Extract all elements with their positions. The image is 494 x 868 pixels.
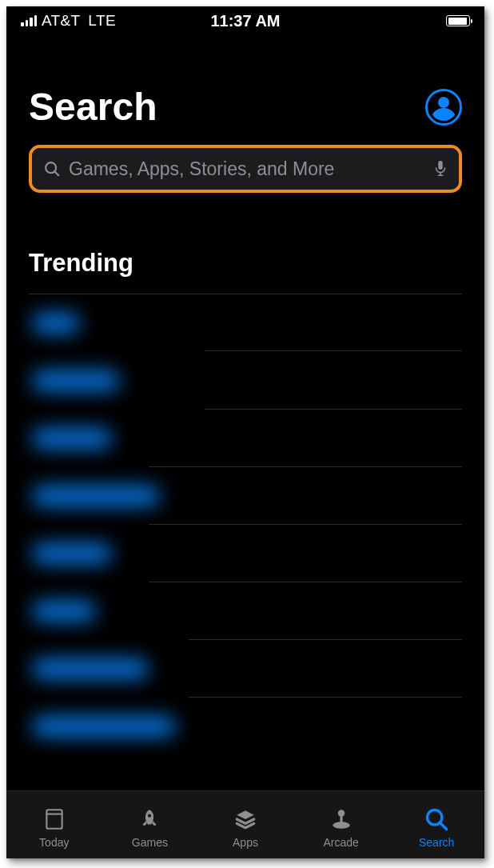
svg-point-10: [333, 822, 349, 829]
page-title: Search: [29, 85, 157, 129]
today-icon: [41, 806, 68, 833]
stack-icon: [232, 806, 259, 833]
blurred-text: [32, 313, 80, 334]
trending-item[interactable]: [29, 410, 462, 467]
rocket-icon: [136, 806, 163, 833]
trending-list: [29, 294, 462, 755]
svg-line-1: [54, 171, 58, 175]
trending-item[interactable]: [29, 525, 462, 582]
battery-icon: [446, 15, 470, 26]
svg-rect-2: [438, 161, 443, 170]
blurred-text: [32, 428, 112, 449]
tab-games[interactable]: Games: [102, 791, 198, 858]
joystick-icon: [328, 806, 355, 833]
signal-strength-icon: [21, 15, 37, 26]
tab-label: Games: [132, 836, 168, 849]
trending-item[interactable]: [29, 467, 462, 525]
search-icon: [43, 160, 61, 178]
profile-button[interactable]: [425, 89, 462, 126]
tab-label: Arcade: [323, 836, 358, 849]
blurred-text: [32, 716, 176, 737]
carrier-label: AT&T: [42, 12, 80, 30]
network-label: LTE: [88, 12, 116, 30]
header: Search: [6, 35, 484, 129]
tab-bar: Today Games Apps: [6, 790, 484, 858]
tab-today[interactable]: Today: [6, 791, 102, 858]
tab-arcade[interactable]: Arcade: [293, 791, 389, 858]
tab-label: Search: [419, 836, 454, 849]
status-left: AT&T LTE: [21, 12, 116, 30]
trending-item[interactable]: [29, 698, 462, 755]
svg-rect-9: [340, 816, 342, 823]
svg-line-12: [440, 823, 447, 830]
tab-apps[interactable]: Apps: [197, 791, 293, 858]
blurred-text: [32, 370, 120, 391]
blurred-text: [32, 486, 160, 506]
tab-label: Today: [39, 836, 69, 849]
trending-item[interactable]: [29, 294, 462, 352]
blurred-text: [32, 601, 96, 622]
trending-section: Trending: [6, 193, 484, 790]
search-field[interactable]: [32, 148, 459, 190]
person-circle-icon: [430, 94, 457, 121]
microphone-icon[interactable]: [433, 160, 448, 178]
blurred-text: [32, 658, 149, 679]
status-time: 11:37 AM: [210, 12, 280, 30]
svg-point-8: [337, 810, 345, 817]
trending-item[interactable]: [29, 640, 462, 698]
search-field-highlight: [29, 145, 462, 193]
search-icon: [423, 806, 450, 833]
tab-search[interactable]: Search: [388, 791, 484, 858]
trending-heading: Trending: [29, 249, 462, 278]
status-bar: AT&T LTE 11:37 AM: [6, 6, 484, 35]
tab-label: Apps: [233, 836, 258, 849]
trending-item[interactable]: [29, 352, 462, 410]
app-store-search-screen: AT&T LTE 11:37 AM Search: [6, 6, 484, 858]
svg-point-7: [148, 814, 151, 818]
blurred-text: [32, 543, 112, 564]
search-input[interactable]: [69, 158, 425, 180]
status-right: [446, 15, 470, 26]
trending-item[interactable]: [29, 582, 462, 640]
svg-rect-5: [46, 810, 62, 829]
